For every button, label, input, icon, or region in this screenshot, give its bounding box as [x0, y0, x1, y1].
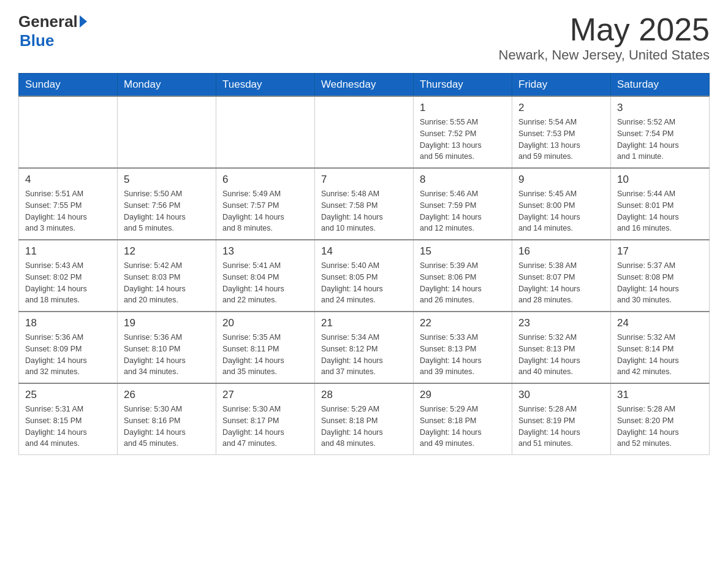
calendar-cell [216, 96, 315, 168]
logo-general-text: General [18, 12, 78, 31]
calendar-cell: 5Sunrise: 5:50 AM Sunset: 7:56 PM Daylig… [118, 168, 216, 240]
week-row-5: 25Sunrise: 5:31 AM Sunset: 8:15 PM Dayli… [19, 383, 710, 455]
day-info: Sunrise: 5:36 AM Sunset: 8:10 PM Dayligh… [124, 332, 210, 378]
day-info: Sunrise: 5:48 AM Sunset: 7:58 PM Dayligh… [321, 188, 407, 234]
day-number: 18 [25, 317, 111, 329]
calendar-cell: 6Sunrise: 5:49 AM Sunset: 7:57 PM Daylig… [216, 168, 315, 240]
column-header-friday: Friday [512, 74, 611, 97]
calendar-cell: 22Sunrise: 5:33 AM Sunset: 8:13 PM Dayli… [414, 312, 512, 383]
day-info: Sunrise: 5:44 AM Sunset: 8:01 PM Dayligh… [617, 188, 703, 234]
day-number: 7 [321, 174, 407, 186]
day-info: Sunrise: 5:39 AM Sunset: 8:06 PM Dayligh… [420, 260, 506, 306]
calendar-cell: 1Sunrise: 5:55 AM Sunset: 7:52 PM Daylig… [414, 96, 512, 168]
day-number: 20 [222, 317, 308, 329]
day-number: 8 [420, 174, 506, 186]
calendar-cell: 30Sunrise: 5:28 AM Sunset: 8:19 PM Dayli… [512, 383, 611, 455]
calendar-cell: 8Sunrise: 5:46 AM Sunset: 7:59 PM Daylig… [414, 168, 512, 240]
day-number: 2 [518, 102, 604, 114]
day-number: 22 [420, 317, 506, 329]
title-block: May 2025 Newark, New Jersey, United Stat… [499, 12, 710, 63]
day-info: Sunrise: 5:38 AM Sunset: 8:07 PM Dayligh… [518, 260, 604, 306]
day-number: 21 [321, 317, 407, 329]
calendar-cell: 25Sunrise: 5:31 AM Sunset: 8:15 PM Dayli… [19, 383, 118, 455]
day-number: 16 [518, 245, 604, 258]
day-number: 28 [321, 389, 407, 401]
column-header-saturday: Saturday [611, 74, 710, 97]
calendar-cell [118, 96, 216, 168]
day-number: 6 [222, 174, 308, 186]
calendar-cell: 17Sunrise: 5:37 AM Sunset: 8:08 PM Dayli… [611, 240, 710, 312]
day-number: 11 [25, 245, 111, 258]
page-header: General Blue May 2025 Newark, New Jersey… [18, 12, 710, 63]
day-number: 9 [518, 174, 604, 186]
logo-blue-text: Blue [20, 31, 87, 50]
calendar-table: SundayMondayTuesdayWednesdayThursdayFrid… [18, 73, 710, 455]
day-info: Sunrise: 5:37 AM Sunset: 8:08 PM Dayligh… [617, 260, 703, 306]
day-info: Sunrise: 5:52 AM Sunset: 7:54 PM Dayligh… [617, 117, 703, 163]
calendar-cell: 11Sunrise: 5:43 AM Sunset: 8:02 PM Dayli… [19, 240, 118, 312]
column-header-monday: Monday [118, 74, 216, 97]
calendar-cell: 14Sunrise: 5:40 AM Sunset: 8:05 PM Dayli… [315, 240, 414, 312]
calendar-cell: 13Sunrise: 5:41 AM Sunset: 8:04 PM Dayli… [216, 240, 315, 312]
week-row-4: 18Sunrise: 5:36 AM Sunset: 8:09 PM Dayli… [19, 312, 710, 383]
calendar-cell: 31Sunrise: 5:28 AM Sunset: 8:20 PM Dayli… [611, 383, 710, 455]
column-header-sunday: Sunday [19, 74, 118, 97]
day-info: Sunrise: 5:28 AM Sunset: 8:20 PM Dayligh… [617, 404, 703, 450]
logo-arrow-icon [80, 15, 87, 28]
day-number: 24 [617, 317, 703, 329]
day-info: Sunrise: 5:30 AM Sunset: 8:17 PM Dayligh… [222, 404, 308, 450]
day-info: Sunrise: 5:32 AM Sunset: 8:13 PM Dayligh… [518, 332, 604, 378]
day-number: 13 [222, 245, 308, 258]
day-number: 3 [617, 102, 703, 114]
day-info: Sunrise: 5:40 AM Sunset: 8:05 PM Dayligh… [321, 260, 407, 306]
calendar-cell: 18Sunrise: 5:36 AM Sunset: 8:09 PM Dayli… [19, 312, 118, 383]
calendar-cell: 20Sunrise: 5:35 AM Sunset: 8:11 PM Dayli… [216, 312, 315, 383]
calendar-cell: 7Sunrise: 5:48 AM Sunset: 7:58 PM Daylig… [315, 168, 414, 240]
day-info: Sunrise: 5:33 AM Sunset: 8:13 PM Dayligh… [420, 332, 506, 378]
calendar-cell: 9Sunrise: 5:45 AM Sunset: 8:00 PM Daylig… [512, 168, 611, 240]
day-number: 23 [518, 317, 604, 329]
calendar-cell: 19Sunrise: 5:36 AM Sunset: 8:10 PM Dayli… [118, 312, 216, 383]
day-info: Sunrise: 5:34 AM Sunset: 8:12 PM Dayligh… [321, 332, 407, 378]
calendar-cell: 3Sunrise: 5:52 AM Sunset: 7:54 PM Daylig… [611, 96, 710, 168]
day-info: Sunrise: 5:54 AM Sunset: 7:53 PM Dayligh… [518, 117, 604, 163]
day-number: 26 [124, 389, 210, 401]
day-number: 29 [420, 389, 506, 401]
column-header-thursday: Thursday [414, 74, 512, 97]
column-header-wednesday: Wednesday [315, 74, 414, 97]
day-number: 25 [25, 389, 111, 401]
day-number: 27 [222, 389, 308, 401]
calendar-cell: 12Sunrise: 5:42 AM Sunset: 8:03 PM Dayli… [118, 240, 216, 312]
day-number: 12 [124, 245, 210, 258]
day-number: 30 [518, 389, 604, 401]
calendar-cell: 16Sunrise: 5:38 AM Sunset: 8:07 PM Dayli… [512, 240, 611, 312]
calendar-cell: 29Sunrise: 5:29 AM Sunset: 8:18 PM Dayli… [414, 383, 512, 455]
calendar-cell: 26Sunrise: 5:30 AM Sunset: 8:16 PM Dayli… [118, 383, 216, 455]
day-info: Sunrise: 5:31 AM Sunset: 8:15 PM Dayligh… [25, 404, 111, 450]
calendar-cell: 21Sunrise: 5:34 AM Sunset: 8:12 PM Dayli… [315, 312, 414, 383]
day-number: 15 [420, 245, 506, 258]
day-info: Sunrise: 5:50 AM Sunset: 7:56 PM Dayligh… [124, 188, 210, 234]
day-info: Sunrise: 5:29 AM Sunset: 8:18 PM Dayligh… [420, 404, 506, 450]
day-info: Sunrise: 5:35 AM Sunset: 8:11 PM Dayligh… [222, 332, 308, 378]
calendar-cell: 27Sunrise: 5:30 AM Sunset: 8:17 PM Dayli… [216, 383, 315, 455]
week-row-3: 11Sunrise: 5:43 AM Sunset: 8:02 PM Dayli… [19, 240, 710, 312]
calendar-cell: 28Sunrise: 5:29 AM Sunset: 8:18 PM Dayli… [315, 383, 414, 455]
day-info: Sunrise: 5:36 AM Sunset: 8:09 PM Dayligh… [25, 332, 111, 378]
calendar-cell: 2Sunrise: 5:54 AM Sunset: 7:53 PM Daylig… [512, 96, 611, 168]
day-number: 10 [617, 174, 703, 186]
calendar-cell: 4Sunrise: 5:51 AM Sunset: 7:55 PM Daylig… [19, 168, 118, 240]
calendar-cell [315, 96, 414, 168]
column-header-tuesday: Tuesday [216, 74, 315, 97]
logo: General Blue [18, 12, 87, 50]
calendar-cell [19, 96, 118, 168]
header-row: SundayMondayTuesdayWednesdayThursdayFrid… [19, 74, 710, 97]
day-info: Sunrise: 5:55 AM Sunset: 7:52 PM Dayligh… [420, 117, 506, 163]
location-title: Newark, New Jersey, United States [499, 47, 710, 63]
day-info: Sunrise: 5:29 AM Sunset: 8:18 PM Dayligh… [321, 404, 407, 450]
day-info: Sunrise: 5:41 AM Sunset: 8:04 PM Dayligh… [222, 260, 308, 306]
calendar-cell: 23Sunrise: 5:32 AM Sunset: 8:13 PM Dayli… [512, 312, 611, 383]
day-info: Sunrise: 5:42 AM Sunset: 8:03 PM Dayligh… [124, 260, 210, 306]
day-info: Sunrise: 5:49 AM Sunset: 7:57 PM Dayligh… [222, 188, 308, 234]
week-row-2: 4Sunrise: 5:51 AM Sunset: 7:55 PM Daylig… [19, 168, 710, 240]
